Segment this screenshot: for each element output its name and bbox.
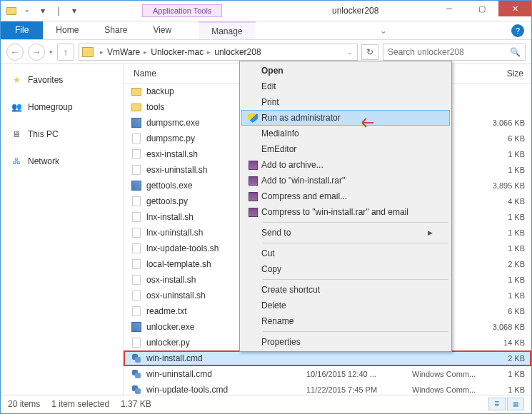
menu-item-delete[interactable]: Delete	[241, 298, 450, 313]
ribbon-expand-icon[interactable]: ⌄	[376, 26, 391, 36]
menu-item-compress-rar-email[interactable]: Compress to "win-install.rar" and email	[241, 204, 450, 220]
sh-icon	[131, 211, 142, 223]
file-size: 1 KB	[492, 213, 531, 221]
column-header-size[interactable]: Size	[488, 69, 531, 79]
archive-icon	[249, 176, 258, 186]
menu-item-add-to-archive[interactable]: Add to archive...	[241, 157, 450, 173]
qat-dropdown-icon[interactable]: ▾	[68, 4, 81, 17]
file-tab[interactable]: File	[1, 21, 43, 39]
file-row[interactable]: win-install.cmd2 KB	[124, 350, 531, 366]
back-button[interactable]: ←	[6, 44, 24, 61]
sidebar-item-label: Network	[28, 156, 59, 166]
manage-tab[interactable]: Manage	[199, 21, 255, 39]
sidebar-item-network[interactable]: 🖧 Network	[1, 153, 123, 170]
exe-icon	[131, 180, 142, 191]
exe-icon	[131, 321, 142, 333]
file-size: 14 KB	[492, 338, 531, 347]
menu-item-properties[interactable]: Properties	[241, 334, 450, 350]
chevron-right-icon[interactable]: ▸	[98, 49, 106, 56]
chevron-right-icon: ▶	[428, 229, 433, 236]
folder-icon	[131, 101, 142, 113]
menu-item-copy[interactable]: Copy	[241, 261, 450, 277]
menu-item-compress-email[interactable]: Compress and email...	[241, 188, 450, 204]
file-size: 1 KB	[492, 150, 531, 158]
qat-separator: |	[52, 4, 65, 17]
context-menu: Open Edit Print Run as administrator Med…	[239, 61, 452, 352]
menu-item-cut[interactable]: Cut	[241, 246, 450, 261]
menu-item-add-to-rar[interactable]: Add to "win-install.rar"	[241, 173, 450, 188]
close-button[interactable]: ✕	[498, 1, 531, 16]
sidebar-item-label: Favorites	[28, 75, 63, 85]
breadcrumb-part[interactable]: Unlocker-mac	[149, 47, 205, 57]
menu-item-open[interactable]: Open	[241, 63, 450, 79]
qat-newfolder-icon[interactable]: ▾	[36, 4, 49, 17]
menu-item-send-to[interactable]: Send to▶	[241, 225, 450, 241]
help-icon[interactable]: ?	[511, 24, 524, 37]
chevron-right-icon[interactable]: ▸	[141, 49, 149, 56]
view-tab[interactable]: View	[140, 21, 184, 39]
menu-item-mediainfo[interactable]: MediaInfo	[241, 126, 450, 141]
sh-icon	[131, 227, 142, 238]
status-selected-size: 1.37 KB	[121, 399, 151, 409]
file-size: 6 KB	[492, 307, 531, 315]
share-tab[interactable]: Share	[91, 21, 140, 39]
archive-icon	[249, 161, 258, 170]
menu-item-print[interactable]: Print	[241, 94, 450, 110]
menu-item-emeditor[interactable]: EmEditor	[241, 141, 450, 157]
forward-button[interactable]: →	[28, 44, 45, 61]
application-tools-tab[interactable]: Application Tools	[142, 4, 222, 17]
file-size: 1 KB	[492, 291, 531, 300]
search-box[interactable]: 🔍	[383, 44, 526, 61]
network-icon: 🖧	[11, 156, 22, 167]
menu-item-create-shortcut[interactable]: Create shortcut	[241, 282, 450, 298]
status-item-count: 20 items	[8, 399, 40, 409]
address-dropdown-icon[interactable]: ⌄	[347, 49, 354, 56]
home-tab[interactable]: Home	[43, 21, 91, 39]
status-selected-count: 1 item selected	[51, 399, 109, 409]
view-details-button[interactable]: ≣	[488, 398, 506, 410]
search-input[interactable]	[388, 47, 510, 57]
sh-icon	[131, 290, 142, 301]
file-row[interactable]: win-update-tools.cmd11/22/2015 7:45 PMWi…	[124, 382, 531, 398]
sidebar-item-thispc[interactable]: 🖥 This PC	[1, 126, 123, 143]
archive-icon	[249, 208, 258, 217]
computer-icon: 🖥	[11, 128, 22, 140]
file-type: Windows Comm...	[412, 370, 492, 378]
sh-icon	[131, 164, 142, 176]
address-bar[interactable]: ▸ VmWare ▸ Unlocker-mac ▸ unlocker208 ⌄	[79, 44, 358, 61]
minimize-button[interactable]: ─	[433, 1, 466, 16]
folder-icon	[131, 86, 142, 97]
view-icons-button[interactable]: ▦	[507, 398, 524, 410]
sidebar-item-favorites[interactable]: ★ Favorites	[1, 71, 123, 89]
file-size: 1 KB	[492, 276, 531, 284]
qat-properties-icon[interactable]: ▫	[21, 4, 34, 17]
file-size: 3,068 KB	[492, 323, 531, 331]
menu-item-run-as-administrator[interactable]: Run as administrator	[241, 110, 450, 126]
menu-item-edit[interactable]: Edit	[241, 79, 450, 94]
history-dropdown-icon[interactable]: ▾	[49, 49, 53, 56]
maximize-button[interactable]: ▢	[466, 1, 498, 16]
refresh-button[interactable]: ↻	[361, 44, 378, 60]
file-size: 6 KB	[492, 134, 531, 143]
file-size: 1 KB	[492, 228, 531, 237]
up-button[interactable]: ↑	[57, 44, 74, 61]
chevron-right-icon[interactable]: ▸	[205, 49, 213, 56]
file-date: 10/16/2015 12:40 ...	[306, 370, 412, 378]
breadcrumb-part[interactable]: unlocker208	[213, 47, 262, 57]
sidebar-item-homegroup[interactable]: 👥 Homegroup	[1, 99, 123, 116]
menu-item-rename[interactable]: Rename	[241, 313, 450, 329]
cmd-icon	[131, 384, 142, 395]
file-row[interactable]: win-uninstall.cmd10/16/2015 12:40 ...Win…	[124, 366, 531, 382]
folder-icon	[82, 47, 94, 57]
py-icon	[131, 133, 142, 144]
sh-icon	[131, 274, 142, 286]
py-icon	[131, 337, 142, 348]
file-size: 4 KB	[492, 197, 531, 206]
file-size: 1 KB	[492, 244, 531, 253]
homegroup-icon: 👥	[11, 101, 22, 113]
file-size: 2 KB	[492, 354, 531, 363]
py-icon	[131, 196, 142, 207]
breadcrumb-part[interactable]: VmWare	[106, 47, 141, 57]
txt-icon	[131, 306, 142, 317]
sh-icon	[131, 258, 142, 270]
